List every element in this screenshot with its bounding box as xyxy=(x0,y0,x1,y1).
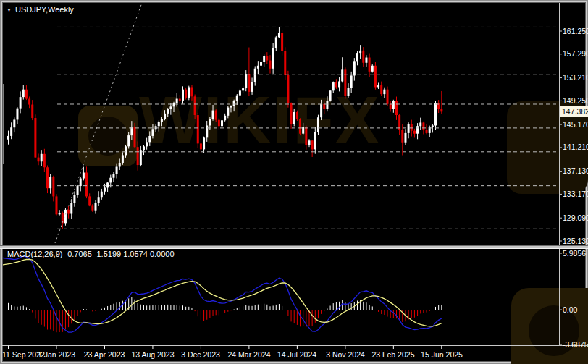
date-axis-label: 13 Aug 2023 xyxy=(130,350,175,359)
date-axis-label: 23 Apr 2023 xyxy=(82,350,127,359)
trendline xyxy=(55,3,142,243)
price-axis-label: 137.130 xyxy=(563,166,588,175)
macd-plot xyxy=(3,256,442,332)
macd-scale-label: 0.00 xyxy=(563,305,577,314)
date-axis-label: 24 Mar 2024 xyxy=(227,350,272,359)
fibonacci-lines xyxy=(55,3,558,243)
price-axis-label: 145.170 xyxy=(563,120,588,129)
price-axis-label: 153.210 xyxy=(563,73,588,82)
macd-indicator-label: MACD(12,26,9) -0.7065 -1.5199 1.0574 0.0… xyxy=(7,250,175,258)
price-axis-label: 161.250 xyxy=(563,27,588,35)
current-price-box: 147.382 xyxy=(560,106,588,117)
price-axis-label: 141.210 xyxy=(563,143,588,151)
date-axis-label: 15 Jun 2025 xyxy=(419,350,464,359)
symbol-label: ▼ USDJPY,Weekly xyxy=(7,5,74,14)
price-axis-label: 157.290 xyxy=(563,49,588,58)
macd-scale-label: -3.6875 xyxy=(563,340,588,349)
date-axis-label: 23 Feb 2025 xyxy=(371,350,416,359)
panel-separator[interactable] xyxy=(0,245,588,249)
price-axis-label: 129.090 xyxy=(563,213,588,222)
chart-canvas[interactable] xyxy=(0,0,588,364)
chevron-down-icon[interactable]: ▼ xyxy=(7,7,12,12)
chart-window: WIKIFX ▼ USDJPY,Weekly MACD(12,26,9) -0.… xyxy=(0,0,588,364)
price-axis-label: 149.250 xyxy=(563,96,588,105)
macd-scale-label: 5.9856 xyxy=(563,249,586,258)
date-axis-label: 3 Nov 2024 xyxy=(323,350,368,359)
date-axis-label: 3 Dec 2023 xyxy=(178,350,223,359)
date-axis-label: 1 Jan 2023 xyxy=(34,350,79,359)
price-axis-label: 125.130 xyxy=(563,237,588,245)
date-axis-label: 14 Jul 2024 xyxy=(274,350,319,359)
price-axis-label: 133.170 xyxy=(563,190,588,198)
symbol-label-text: USDJPY,Weekly xyxy=(15,5,74,14)
